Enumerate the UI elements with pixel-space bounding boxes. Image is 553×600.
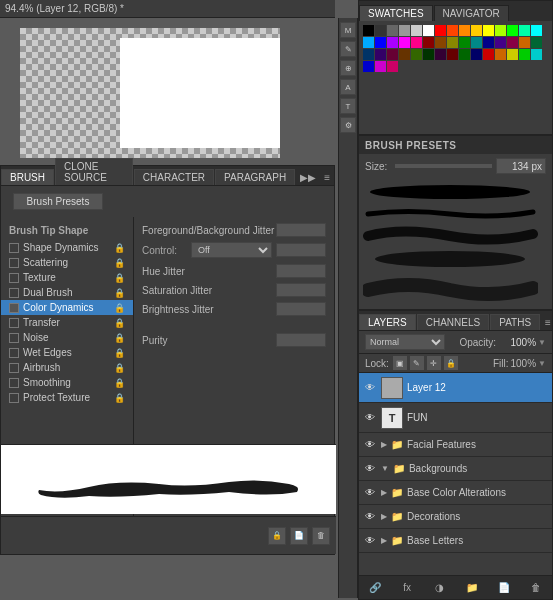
toolbar-btn-4[interactable]: A [340,79,356,95]
lock-transparent-btn[interactable]: ▣ [393,356,407,370]
checkbox-dual-brush[interactable] [9,288,19,298]
swatch[interactable] [471,25,482,36]
hue-jitter-input[interactable] [276,264,326,278]
swatch[interactable] [387,49,398,60]
opacity-arrow[interactable]: ▼ [538,338,546,347]
swatch[interactable] [423,37,434,48]
layer-group-base-color[interactable]: 👁 ▶ 📁 Base Color Alterations [359,481,552,505]
layer-item-layer12[interactable]: 👁 Layer 12 [359,373,552,403]
footer-icon-3[interactable]: 🗑 [312,527,330,545]
swatch[interactable] [531,49,542,60]
layers-adjustment-btn[interactable]: ◑ [429,579,449,597]
fill-arrow[interactable]: ▼ [538,359,546,368]
toolbar-btn-1[interactable]: M [340,22,356,38]
tab-layers[interactable]: LAYERS [359,314,416,330]
brush-item-wet-edges[interactable]: Wet Edges 🔒 [1,345,133,360]
checkbox-texture[interactable] [9,273,19,283]
layers-link-btn[interactable]: 🔗 [365,579,385,597]
brush-item-dual-brush[interactable]: Dual Brush 🔒 [1,285,133,300]
eye-layer12[interactable]: 👁 [363,381,377,395]
toolbar-btn-2[interactable]: ✎ [340,41,356,57]
swatch[interactable] [471,49,482,60]
swatch[interactable] [447,49,458,60]
lock-all-btn[interactable]: 🔒 [444,356,458,370]
swatch[interactable] [363,49,374,60]
swatch[interactable] [483,37,494,48]
eye-base-color[interactable]: 👁 [363,486,377,500]
tab-brush[interactable]: BRUSH [1,169,54,185]
tab-paragraph[interactable]: PARAGRAPH [215,169,295,185]
swatch[interactable] [423,49,434,60]
brush-item-protect-texture[interactable]: Protect Texture 🔒 [1,390,133,405]
swatch[interactable] [435,37,446,48]
swatch[interactable] [531,37,542,48]
swatch[interactable] [459,37,470,48]
swatch[interactable] [387,37,398,48]
brush-stroke-4[interactable] [363,248,538,270]
swatch[interactable] [399,25,410,36]
brush-item-shape-dynamics[interactable]: Shape Dynamics 🔒 [1,240,133,255]
swatch[interactable] [375,61,386,72]
panel-menu-btn[interactable]: ≡ [320,170,334,185]
swatch[interactable] [459,25,470,36]
brightness-jitter-input[interactable] [276,302,326,316]
lock-image-btn[interactable]: ✎ [410,356,424,370]
brush-item-transfer[interactable]: Transfer 🔒 [1,315,133,330]
toolbar-btn-3[interactable]: ⊕ [340,60,356,76]
layers-delete-btn[interactable]: 🗑 [526,579,546,597]
lock-position-btn[interactable]: ✛ [427,356,441,370]
tab-character[interactable]: CHARACTER [134,169,214,185]
swatch[interactable] [471,37,482,48]
brush-item-noise[interactable]: Noise 🔒 [1,330,133,345]
swatch[interactable] [411,49,422,60]
layer-group-decorations[interactable]: 👁 ▶ 📁 Decorations [359,505,552,529]
layers-new-btn[interactable]: 📄 [494,579,514,597]
swatch[interactable] [495,37,506,48]
brush-presets-button[interactable]: Brush Presets [13,193,103,210]
swatch[interactable] [363,61,374,72]
checkbox-protect-texture[interactable] [9,393,19,403]
layer-group-facial-features[interactable]: 👁 ▶ 📁 Facial Features [359,433,552,457]
brush-stroke-2[interactable] [363,204,538,220]
swatch[interactable] [411,37,422,48]
blend-mode-select[interactable]: Normal Multiply Screen [365,334,445,350]
swatch[interactable] [519,37,530,48]
purity-input[interactable] [276,333,326,347]
size-slider[interactable] [395,164,492,168]
fg-bg-jitter-input[interactable] [276,223,326,237]
layers-folder-btn[interactable]: 📁 [462,579,482,597]
brush-item-airbrush[interactable]: Airbrush 🔒 [1,360,133,375]
swatch[interactable] [375,49,386,60]
swatch[interactable] [447,25,458,36]
brush-stroke-5[interactable] [363,272,538,302]
swatch[interactable] [459,49,470,60]
checkbox-wet-edges[interactable] [9,348,19,358]
swatch[interactable] [375,25,386,36]
swatch[interactable] [483,25,494,36]
toolbar-btn-6[interactable]: ⚙ [340,117,356,133]
footer-icon-2[interactable]: 📄 [290,527,308,545]
eye-decorations[interactable]: 👁 [363,510,377,524]
swatch[interactable] [507,49,518,60]
swatch[interactable] [399,49,410,60]
swatch[interactable] [531,25,542,36]
saturation-jitter-input[interactable] [276,283,326,297]
size-input[interactable]: 134 px [496,158,546,174]
eye-facial-features[interactable]: 👁 [363,438,377,452]
swatch[interactable] [387,25,398,36]
swatch[interactable] [495,25,506,36]
footer-icon-1[interactable]: 🔒 [268,527,286,545]
tab-channels[interactable]: CHANNELS [417,314,489,330]
swatch[interactable] [411,25,422,36]
layers-fx-btn[interactable]: fx [397,579,417,597]
eye-backgrounds[interactable]: 👁 [363,462,377,476]
control-select[interactable]: Off Fade Pen Pressure [191,242,272,258]
swatch[interactable] [507,37,518,48]
eye-base-letters[interactable]: 👁 [363,534,377,548]
checkbox-transfer[interactable] [9,318,19,328]
checkbox-scattering[interactable] [9,258,19,268]
brush-stroke-3[interactable] [363,222,538,246]
swatch[interactable] [495,49,506,60]
swatch[interactable] [435,25,446,36]
layers-menu-btn[interactable]: ≡ [541,315,553,330]
